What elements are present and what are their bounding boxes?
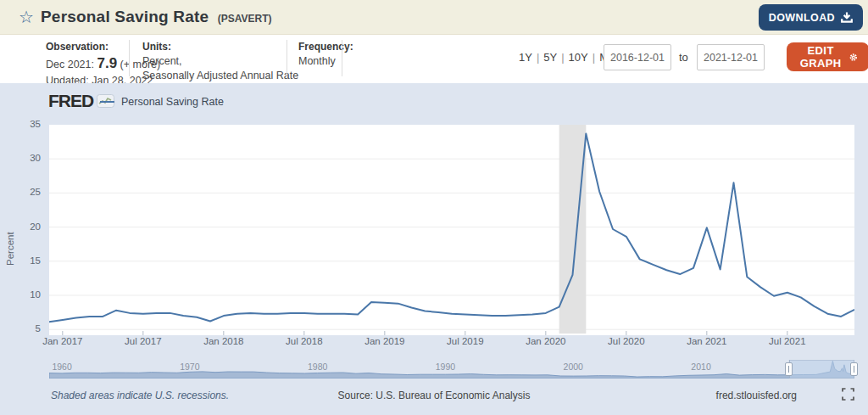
edit-graph-button[interactable]: EDIT GRAPH — [787, 42, 868, 71]
download-button[interactable]: DOWNLOAD — [759, 4, 863, 31]
range-separator: | — [532, 51, 543, 64]
units-line1: Percent, — [142, 54, 298, 69]
range-link-10y[interactable]: 10Y — [569, 51, 588, 64]
x-tick-label: Jul 2018 — [270, 336, 338, 346]
date-input-end[interactable] — [697, 44, 765, 70]
y-tick-label: 10 — [17, 289, 41, 300]
toolbar-divider — [287, 40, 287, 76]
slider-handle-right[interactable] — [850, 362, 858, 376]
main-chart-svg[interactable] — [49, 125, 854, 335]
decade-label: 2010 — [687, 362, 715, 372]
edit-graph-label: EDIT GRAPH — [798, 44, 843, 70]
page-title-wrap: Personal Saving Rate (PSAVERT) — [41, 8, 272, 26]
footer-site-link[interactable]: fred.stlouisfed.org — [716, 390, 797, 401]
slider-handle-left[interactable] — [785, 362, 793, 376]
x-tick-label: Jan 2021 — [673, 336, 741, 346]
date-range-to-label: to — [679, 51, 688, 64]
y-tick-label: 35 — [17, 119, 41, 129]
download-button-label: DOWNLOAD — [769, 12, 835, 24]
recession-band — [559, 125, 587, 334]
toolbar-divider — [342, 40, 342, 76]
x-tick-label: Jan 2017 — [29, 336, 97, 346]
decade-label: 1960 — [47, 362, 76, 372]
series-legend[interactable]: Personal Saving Rate — [100, 96, 224, 108]
y-tick-label: 25 — [17, 187, 41, 197]
range-separator: | — [557, 51, 568, 64]
range-link-1y[interactable]: 1Y — [519, 51, 532, 64]
header-bar: ☆ Personal Saving Rate (PSAVERT) DOWNLOA… — [0, 0, 868, 35]
y-axis-title: Percent — [5, 185, 15, 312]
legend-line-swatch — [100, 101, 114, 103]
frequency-section: Frequency: Monthly — [298, 41, 353, 69]
y-tick-label: 30 — [17, 153, 41, 163]
gear-icon — [849, 51, 858, 64]
favorite-star-icon[interactable]: ☆ — [19, 7, 34, 27]
x-tick-label: Jan 2019 — [351, 336, 419, 346]
decade-label: 1970 — [175, 362, 204, 372]
slider-selection — [789, 360, 854, 379]
y-tick-label: 15 — [17, 255, 41, 266]
range-link-5y[interactable]: 5Y — [543, 51, 557, 64]
units-line2: Seasonally Adjusted Annual Rate — [142, 69, 298, 83]
legend-label: Personal Saving Rate — [121, 96, 224, 108]
x-tick-label: Jul 2019 — [431, 336, 499, 346]
y-tick-label: 20 — [17, 222, 41, 232]
observation-value: 7.9 — [97, 55, 117, 71]
frequency-value: Monthly — [298, 54, 353, 69]
toolbar-divider — [129, 40, 130, 76]
range-separator: | — [588, 51, 599, 64]
x-tick-label: Jul 2017 — [109, 336, 177, 346]
observation-date: Dec 2021: — [46, 59, 94, 70]
frequency-label: Frequency: — [298, 41, 353, 53]
data-line — [49, 133, 854, 322]
x-tick-label: Jan 2020 — [512, 336, 580, 346]
fullscreen-icon[interactable] — [842, 388, 854, 401]
chart-panel: FRED Personal Saving Rate Percent Shaded… — [0, 83, 868, 415]
decade-label: 1980 — [303, 362, 332, 372]
x-tick-label: Jul 2020 — [593, 336, 660, 346]
x-tick-label: Jul 2021 — [754, 336, 821, 346]
decade-label: 1990 — [431, 362, 459, 372]
series-id: (PSAVERT) — [218, 13, 272, 25]
page-title: Personal Saving Rate — [41, 8, 209, 25]
download-icon — [841, 12, 853, 23]
fred-logo-text: FRED — [48, 91, 93, 111]
toolbar: Observation: Dec 2021: 7.9 (+ more) Upda… — [0, 35, 868, 83]
decade-label: 2000 — [559, 362, 587, 372]
y-tick-label: 5 — [17, 323, 41, 334]
x-tick-label: Jan 2018 — [190, 336, 258, 346]
date-input-start[interactable] — [604, 44, 671, 70]
units-label: Units: — [142, 41, 298, 53]
fred-series-page: ☆ Personal Saving Rate (PSAVERT) DOWNLOA… — [0, 0, 868, 415]
units-section: Units: Percent, Seasonally Adjusted Annu… — [142, 41, 298, 83]
